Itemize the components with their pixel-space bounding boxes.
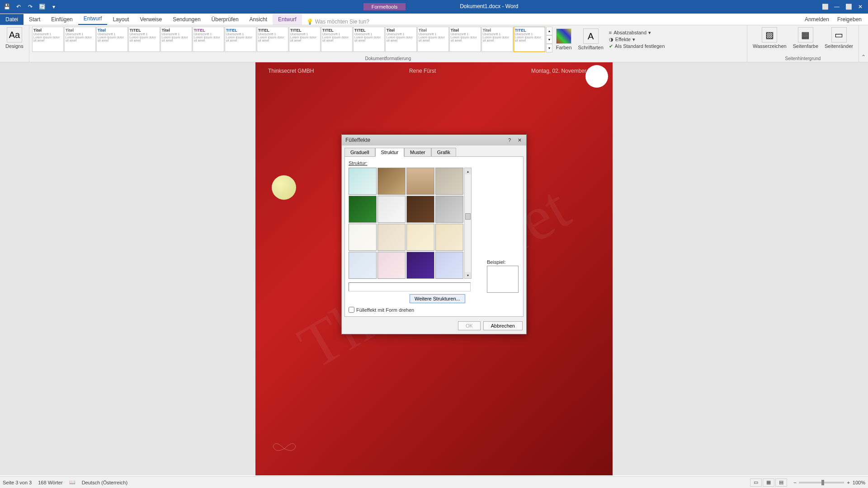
texture-swatch[interactable] [435,224,463,251]
texture-swatch[interactable] [406,168,434,195]
texture-name-field[interactable] [349,282,471,291]
texture-swatch[interactable] [377,168,406,195]
designs-button[interactable]: Aa Designs [3,26,26,50]
save-icon[interactable]: 💾 [3,3,11,11]
theme-item[interactable]: TitelÜberschrift 1Lorem ipsum dolor sit … [32,27,64,52]
dlg-tab-grafik[interactable]: Grafik [431,148,456,157]
theme-item[interactable]: TitelÜberschrift 1Lorem ipsum dolor sit … [160,27,192,52]
gallery-more-icon[interactable]: ▾ [546,44,552,52]
theme-item[interactable]: TITELÜberschrift 1Lorem ipsum dolor sit … [225,27,256,52]
zoom-in-icon[interactable]: + [847,480,849,485]
colors-button[interactable]: Farben [553,28,575,51]
close-icon[interactable]: ✕ [856,3,864,11]
theme-item[interactable]: TITELÜberschrift 1Lorem ipsum dolor sit … [321,27,353,52]
scroll-down-icon[interactable]: ▾ [465,272,471,278]
tab-layout[interactable]: Layout [107,14,134,25]
collapse-ribbon-icon[interactable]: ⌃ [861,54,866,60]
texture-swatch[interactable] [435,196,463,223]
texture-swatch[interactable] [349,168,377,195]
texture-swatch[interactable] [435,252,463,279]
texture-scrollbar[interactable]: ▴ ▾ [464,168,472,279]
theme-item[interactable]: TITELÜberschrift 1Lorem ipsum dolor sit … [128,27,160,52]
zoom-level[interactable]: 100% [853,480,865,485]
theme-item[interactable]: TITELÜberschrift 1Lorem ipsum dolor sit … [353,27,385,52]
fonts-button[interactable]: A Schriftarten [576,28,606,51]
dialog-titlebar[interactable]: Fülleffekte ? ✕ [342,135,526,145]
texture-swatch[interactable] [349,196,377,223]
theme-item[interactable]: TitelÜberschrift 1Lorem ipsum dolor sit … [417,27,449,52]
cancel-button[interactable]: Abbrechen [483,321,523,330]
gallery-up-icon[interactable]: ▴ [546,27,552,35]
refresh-icon[interactable]: 🔄 [38,3,46,11]
tab-sendungen[interactable]: Sendungen [167,14,206,25]
view-buttons: ▭ ▦ ▤ [750,479,787,487]
signin-button[interactable]: Anmelden [805,14,829,25]
texture-swatch[interactable] [349,252,377,279]
status-words[interactable]: 168 Wörter [38,480,62,485]
proofing-icon[interactable]: 📖 [69,479,75,485]
effects-button[interactable]: ◑Effekte▾ [609,36,665,43]
theme-item[interactable]: TitelÜberschrift 1Lorem ipsum dolor sit … [481,27,513,52]
texture-swatch[interactable] [377,252,406,279]
qat-dropdown-icon[interactable]: ▾ [50,3,58,11]
scroll-track[interactable] [465,174,471,272]
scroll-up-icon[interactable]: ▴ [465,168,471,174]
dialog-close-icon[interactable]: ✕ [514,136,524,144]
undo-icon[interactable]: ↶ [14,3,23,11]
more-textures-button[interactable]: Weitere Strukturen... [410,294,465,303]
para-spacing-button[interactable]: ≡Absatzabstand▾ [609,29,665,36]
ok-button[interactable]: OK [458,321,481,330]
texture-swatch[interactable] [377,224,406,251]
texture-swatch[interactable] [435,168,463,195]
theme-item[interactable]: TitelÜberschrift 1Lorem ipsum dolor sit … [64,27,96,52]
theme-item[interactable]: TitelÜberschrift 1Lorem ipsum dolor sit … [385,27,417,52]
tell-me-search[interactable]: 💡 Was möchten Sie tun? [302,19,374,25]
texture-swatch[interactable] [406,252,434,279]
pageborders-button[interactable]: ▭ Seitenränder [822,26,856,50]
print-layout-icon[interactable]: ▦ [763,479,774,487]
read-mode-icon[interactable]: ▭ [750,479,762,487]
status-language[interactable]: Deutsch (Österreich) [82,480,127,485]
tab-verweise[interactable]: Verweise [134,14,167,25]
dlg-tab-muster[interactable]: Muster [404,148,431,157]
theme-gallery[interactable]: TitelÜberschrift 1Lorem ipsum dolor sit … [32,26,545,52]
theme-item[interactable]: TITELÜberschrift 1Lorem ipsum dolor sit … [193,27,224,52]
minimize-icon[interactable]: — [833,3,841,11]
dlg-tab-struktur[interactable]: Struktur [375,148,405,157]
zoom-out-icon[interactable]: − [793,480,796,485]
gallery-down-icon[interactable]: ▾ [546,35,552,44]
texture-swatch[interactable] [377,196,406,223]
texture-swatch[interactable] [406,224,434,251]
theme-item[interactable]: TitelÜberschrift 1Lorem ipsum dolor sit … [449,27,481,52]
share-button[interactable]: Freigeben [837,14,862,25]
tab-start[interactable]: Start [24,14,46,25]
scroll-thumb[interactable] [465,213,471,220]
set-default-button[interactable]: ✔Als Standard festlegen [609,43,665,50]
texture-swatch[interactable] [406,196,434,223]
pagecolor-button[interactable]: ▦ Seitenfarbe [790,26,821,50]
maximize-icon[interactable]: ⬜ [844,3,853,11]
tab-entwurf-formel[interactable]: Entwurf [273,14,302,25]
tab-ueberpruefen[interactable]: Überprüfen [206,14,244,25]
redo-icon[interactable]: ↷ [26,3,34,11]
texture-swatch[interactable] [349,224,377,251]
zoom-handle[interactable] [821,480,824,485]
web-layout-icon[interactable]: ▤ [775,479,787,487]
theme-item[interactable]: TITELÜberschrift 1Lorem ipsum dolor sit … [289,27,321,52]
theme-item[interactable]: TITELÜberschrift 1Lorem ipsum dolor sit … [514,27,545,52]
zoom-slider[interactable] [799,482,844,483]
dlg-tab-graduell[interactable]: Graduell [344,148,375,157]
tab-einfuegen[interactable]: Einfügen [46,14,78,25]
tab-ansicht[interactable]: Ansicht [244,14,273,25]
circle-shape[interactable] [272,175,296,200]
theme-item[interactable]: TITELÜberschrift 1Lorem ipsum dolor sit … [257,27,288,52]
theme-item[interactable]: TitelÜberschrift 1Lorem ipsum dolor sit … [96,27,128,52]
dialog-help-icon[interactable]: ? [505,136,514,144]
tab-datei[interactable]: Datei [0,14,24,25]
ribbon-display-icon[interactable]: ⬜ [821,3,829,11]
tab-entwurf[interactable]: Entwurf [78,13,108,25]
rotate-with-shape-checkbox[interactable] [349,307,354,313]
watermark-icon: ▨ [762,27,777,42]
status-page[interactable]: Seite 3 von 3 [3,480,32,485]
watermark-button[interactable]: ▨ Wasserzeichen [750,26,789,50]
